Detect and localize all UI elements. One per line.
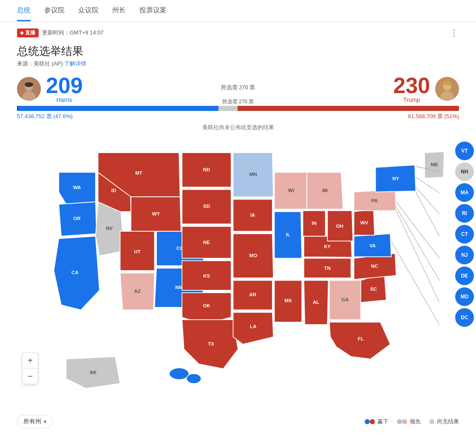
line-RI [416, 187, 439, 214]
line-DE [396, 207, 439, 280]
state-WI [275, 172, 308, 209]
state-NE [182, 227, 231, 258]
main-nav: 总统参议院众议院州长投票议案 [0, 0, 476, 22]
state-UT [120, 231, 155, 270]
state-WA [59, 172, 96, 204]
header: 直播 更新时间：GMT+9 14:07 ⋮ [0, 22, 476, 40]
live-label: 直播 [25, 29, 35, 37]
legend-dot-red [370, 419, 375, 424]
more-icon[interactable]: ⋮ [450, 28, 459, 38]
state-AL [304, 281, 329, 325]
state-bubble-NH[interactable]: NH [455, 162, 474, 181]
state-bubble-DC[interactable]: DC [455, 308, 474, 327]
ap-notice: 美联社尚未公布此竞选的结果 [0, 120, 476, 133]
trump-avatar [435, 77, 459, 101]
nav-item-投票议案[interactable]: 投票议案 [139, 6, 167, 21]
live-dot [20, 31, 23, 34]
harris-popular-votes: 57,438,752 票 (47.6%) [17, 113, 73, 120]
label-HI: HI [181, 385, 187, 390]
nav-item-总统[interactable]: 总统 [17, 6, 31, 21]
state-HI-2 [187, 374, 201, 383]
state-VA [354, 234, 391, 257]
state-bubble-DE[interactable]: DE [455, 267, 474, 285]
state-AR [233, 281, 272, 310]
win-threshold-bar: 胜选需 270 票 [222, 98, 254, 105]
state-IL [275, 212, 302, 258]
legend-dot-light-blue [397, 419, 402, 424]
state-bubble-RI[interactable]: RI [455, 204, 474, 223]
state-bubble-CT[interactable]: CT [455, 225, 474, 244]
legend-dot-gray [429, 419, 434, 424]
svg-point-4 [25, 82, 33, 87]
state-KS [182, 261, 231, 290]
nav-item-众议院[interactable]: 众议院 [78, 6, 99, 21]
line-DC [391, 241, 439, 324]
progress-bar [17, 106, 459, 111]
svg-point-9 [442, 81, 452, 85]
state-AZ [120, 273, 155, 310]
line-NJ [396, 202, 439, 258]
progress-section: 胜选需 270 票 57,438,752 票 (47.6%) 61,588,70… [0, 106, 476, 120]
state-FL [329, 322, 390, 359]
state-GA [329, 281, 361, 320]
harris-section: 209 Harris [17, 74, 83, 103]
map-container: WA OR CA NV ID MT WY UT AZ CO NM ND [0, 133, 476, 410]
source: 来源：美联社 (AP)·了解详情 [17, 60, 459, 68]
state-bubble-MA[interactable]: MA [455, 183, 474, 202]
state-bubble-MD[interactable]: MD [455, 287, 474, 306]
update-time: 更新时间：GMT+9 14:07 [42, 29, 104, 37]
state-WY [131, 197, 181, 231]
line-CT [416, 192, 439, 236]
state-ND [182, 153, 231, 187]
state-NY [376, 165, 416, 192]
state-bubbles-right: VTNHMARICTNJDEMDDC [455, 142, 474, 327]
state-PA [354, 190, 396, 211]
threshold-marker [17, 106, 18, 111]
bar-blue [17, 106, 218, 111]
zoom-out-button[interactable]: − [23, 369, 38, 384]
state-LA [233, 312, 273, 344]
win-threshold: 胜选需 270 票 [221, 84, 255, 91]
trump-popular-votes: 61,588,709 票 (51%) [408, 113, 459, 120]
page-title: 总统选举结果 [17, 44, 459, 59]
state-dropdown-label: 所有州 [23, 418, 41, 425]
line-MA [416, 177, 439, 193]
trump-section: 230 Trump [393, 74, 459, 103]
legend-dot-light-red [402, 419, 407, 424]
trump-votes: 230 [393, 74, 430, 96]
legend-no-result-label: 尚无结果 [437, 418, 459, 425]
harris-votes: 209 [46, 74, 83, 96]
legend-win-label: 赢下 [377, 418, 388, 425]
vote-totals: 57,438,752 票 (47.6%) 61,588,709 票 (51%) [17, 111, 459, 120]
state-OH [327, 211, 353, 241]
chevron-down-icon: ▾ [44, 419, 46, 425]
state-WV [354, 209, 375, 235]
state-bubble-NJ[interactable]: NJ [455, 246, 474, 264]
legend: 赢下 领先 尚无结果 [365, 418, 459, 425]
state-MI [307, 172, 343, 209]
harris-avatar [17, 77, 41, 101]
state-MS [275, 281, 302, 322]
nav-item-参议院[interactable]: 参议院 [44, 6, 65, 21]
state-MO [233, 234, 273, 278]
nav-item-州长[interactable]: 州长 [112, 6, 126, 21]
state-ME [425, 152, 444, 178]
state-TN [304, 258, 351, 278]
legend-no-result: 尚无结果 [429, 418, 459, 425]
state-TX [182, 320, 238, 369]
source-link[interactable]: 了解详情 [64, 60, 86, 67]
state-CA [54, 236, 99, 310]
state-HI-1 [169, 368, 189, 380]
title-section: 总统选举结果 来源：美联社 (AP)·了解详情 [0, 40, 476, 69]
zoom-controls: + − [22, 352, 38, 384]
state-dropdown[interactable]: 所有州 ▾ [17, 415, 53, 428]
zoom-in-button[interactable]: + [23, 353, 38, 368]
bar-red [238, 106, 459, 111]
state-bubble-VT[interactable]: VT [455, 142, 474, 160]
legend-lead-label: 领先 [410, 418, 421, 425]
state-IA [233, 199, 272, 231]
legend-lead: 领先 [397, 418, 421, 425]
live-badge: 直播 [17, 28, 39, 37]
us-map: WA OR CA NV ID MT WY UT AZ CO NM ND [17, 133, 459, 408]
bar-gap [218, 106, 238, 111]
